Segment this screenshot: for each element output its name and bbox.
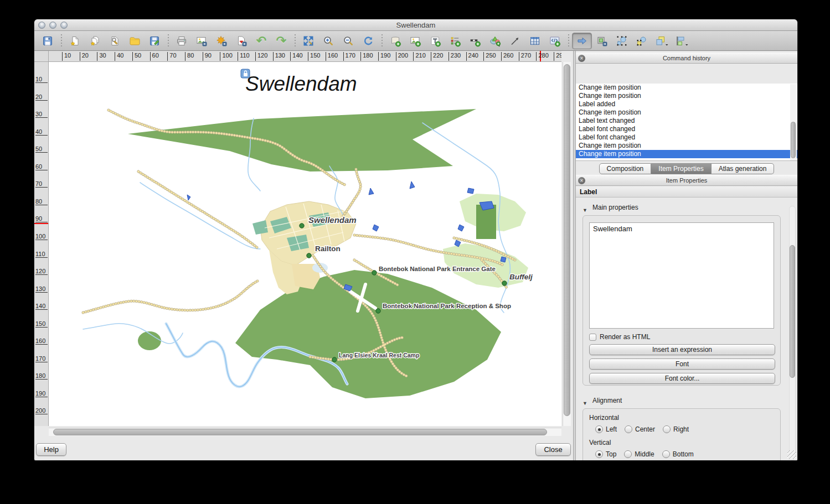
command-history-scrollbar[interactable] xyxy=(790,84,797,160)
add-basic-shape-button[interactable] xyxy=(485,33,505,49)
map-point xyxy=(307,253,311,258)
font-button[interactable]: Font xyxy=(589,358,775,370)
resize-grip[interactable] xyxy=(787,450,796,459)
ruler-top-tick: 10 xyxy=(62,52,71,61)
command-history-list[interactable]: Change item positionChange item position… xyxy=(576,84,797,161)
zoom-out-icon xyxy=(342,35,354,47)
horizontal-radio-group: LeftCenterRight xyxy=(595,425,697,433)
align-selected-items-button[interactable] xyxy=(672,33,692,49)
add-image-button[interactable] xyxy=(405,33,425,49)
command-history-scrollbar-thumb[interactable] xyxy=(791,122,796,158)
group-items-button[interactable] xyxy=(612,33,632,49)
radio-middle[interactable]: Middle xyxy=(624,450,654,458)
radio-button-icon[interactable] xyxy=(625,425,632,433)
add-attribute-table-button[interactable] xyxy=(525,33,545,49)
canvas-vertical-scrollbar-thumb[interactable] xyxy=(564,64,570,416)
ruler-top-tick: 60 xyxy=(150,52,159,61)
composition-manager-button[interactable] xyxy=(105,33,125,49)
ruler-top-tick: 40 xyxy=(115,52,123,61)
save-project-button[interactable] xyxy=(38,33,58,49)
canvas-vertical-scrollbar[interactable] xyxy=(563,62,571,426)
new-composition-icon xyxy=(69,35,81,47)
map-point xyxy=(300,224,304,228)
render-as-html-row[interactable]: Render as HTML xyxy=(589,333,650,341)
select-move-item-button[interactable] xyxy=(572,33,592,49)
zoom-full-button[interactable] xyxy=(298,33,318,49)
add-new-label-button[interactable] xyxy=(425,33,445,49)
zoom-out-button[interactable] xyxy=(338,33,358,49)
map-label: Buffelj xyxy=(509,273,533,281)
export-as-pdf-button[interactable] xyxy=(231,33,251,49)
radio-left[interactable]: Left xyxy=(595,425,617,433)
move-item-content-button[interactable] xyxy=(592,33,612,49)
add-html-frame-button[interactable] xyxy=(545,33,565,49)
radio-button-icon[interactable] xyxy=(663,425,671,433)
close-command-history-icon[interactable] xyxy=(578,55,585,62)
zoom-in-button[interactable] xyxy=(318,33,338,49)
new-composition-button[interactable] xyxy=(65,33,85,49)
history-item[interactable]: Label text changed xyxy=(576,117,797,125)
duplicate-composition-button[interactable] xyxy=(85,33,105,49)
export-as-svg-button[interactable] xyxy=(212,33,231,49)
label-text-input[interactable]: Swellendam xyxy=(589,222,774,329)
close-button[interactable]: Close xyxy=(535,443,571,456)
bontebok-park-polygon xyxy=(235,270,501,398)
history-item[interactable]: Change item position xyxy=(576,108,797,117)
alignment-disclosure[interactable] xyxy=(582,397,590,407)
tab-item-properties[interactable]: Item Properties xyxy=(651,163,711,174)
radio-button-icon[interactable] xyxy=(624,450,632,458)
history-item[interactable]: Change item position xyxy=(576,142,797,150)
print-button[interactable] xyxy=(172,33,192,49)
add-arrow-button[interactable] xyxy=(505,33,525,49)
font-color-button[interactable]: Font color... xyxy=(589,373,775,384)
raise-selected-items-button[interactable] xyxy=(652,33,672,49)
add-new-legend-button[interactable] xyxy=(445,33,465,49)
ruler-left: 1020304050607080901001101201301401501601… xyxy=(34,62,49,426)
add-new-map-button[interactable] xyxy=(385,33,405,49)
radio-right[interactable]: Right xyxy=(663,425,689,433)
reserve-polygon-north xyxy=(128,109,476,172)
panel-scrollbar-thumb[interactable] xyxy=(790,245,795,378)
radio-top[interactable]: Top xyxy=(595,450,616,458)
history-item[interactable]: Change item position xyxy=(576,84,797,92)
add-image-icon xyxy=(409,35,421,47)
refresh-view-button[interactable] xyxy=(358,33,378,49)
radio-button-icon[interactable] xyxy=(595,450,603,458)
ruler-left-tick: 30 xyxy=(35,111,48,118)
export-as-image-button[interactable] xyxy=(192,33,212,49)
add-new-scalebar-button[interactable] xyxy=(465,33,485,49)
history-item[interactable]: Label font changed xyxy=(576,125,797,133)
tab-composition[interactable]: Composition xyxy=(599,163,652,174)
history-item[interactable]: Change item position xyxy=(576,92,797,100)
canvas-horizontal-scrollbar[interactable] xyxy=(49,428,561,436)
ruler-top-tick: 260 xyxy=(501,52,513,61)
load-from-template-button[interactable] xyxy=(125,33,145,49)
ruler-left-tick: 190 xyxy=(35,390,48,397)
close-item-properties-icon[interactable] xyxy=(578,177,585,184)
help-button[interactable]: Help xyxy=(36,443,66,456)
zoom-full-icon xyxy=(302,35,315,47)
tab-atlas-generation[interactable]: Atlas generation xyxy=(712,163,775,174)
radio-bottom[interactable]: Bottom xyxy=(662,450,694,458)
history-item[interactable]: Label added xyxy=(576,100,797,108)
history-item[interactable]: Change item position xyxy=(576,150,797,158)
ruler-top-tick: 200 xyxy=(396,52,408,61)
canvas-horizontal-scrollbar-thumb[interactable] xyxy=(53,429,547,435)
panel-scrollbar[interactable] xyxy=(789,206,796,460)
zoom-in-icon xyxy=(322,35,334,47)
item-properties-title: Item Properties xyxy=(666,177,708,184)
undo-button[interactable]: ↶ xyxy=(251,33,271,49)
radio-button-icon[interactable] xyxy=(662,450,670,458)
main-properties-disclosure[interactable] xyxy=(582,204,590,214)
insert-an-expression-button[interactable]: Insert an expression xyxy=(589,344,775,355)
ungroup-items-button[interactable] xyxy=(632,33,652,49)
radio-center[interactable]: Center xyxy=(625,425,655,433)
redo-button[interactable]: ↷ xyxy=(271,33,291,49)
composition-canvas[interactable]: SwellendamSwellendamRailtonBontebok Nati… xyxy=(49,62,561,426)
history-item[interactable]: Label font changed xyxy=(576,133,797,142)
render-as-html-checkbox[interactable] xyxy=(589,334,596,341)
title-bar[interactable]: Swellendam xyxy=(34,19,797,31)
radio-button-icon[interactable] xyxy=(595,425,603,433)
ruler-top-tick: 140 xyxy=(290,52,302,61)
save-as-template-button[interactable] xyxy=(145,33,164,49)
